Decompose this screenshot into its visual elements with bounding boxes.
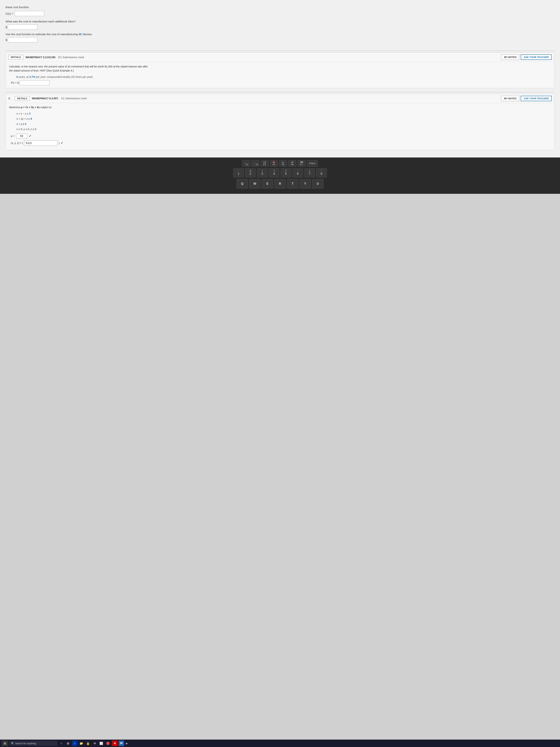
problem7-ask-teacher-button[interactable]: ASK YOUR TEACHER	[521, 96, 552, 101]
key-f5[interactable]: 🔈F5	[279, 160, 287, 167]
key-f2[interactable]: ☼☼F2	[251, 160, 260, 167]
problem7-my-notes-button[interactable]: MY NOTES	[501, 96, 519, 101]
problem6-header: DETAILS WANEFMAC7 3.2.013.MI. 0/1 Submis…	[6, 53, 554, 62]
taskbar-chevron[interactable]: ▶	[126, 742, 128, 745]
problem6-submissions: 0/1 Submissions Used	[58, 56, 84, 59]
taskbar-edge-icon[interactable]: e	[72, 741, 77, 746]
constraint-2: x + 2y + z ≤ 8	[17, 116, 551, 121]
key-u[interactable]: U	[312, 179, 323, 188]
problem6-details-button[interactable]: DETAILS	[8, 55, 23, 59]
taskbar-box1-icon[interactable]: ⬜	[99, 741, 104, 746]
taskbar-search-bar[interactable]: 🔍 Search for anything	[9, 741, 57, 746]
question1-section: What was the cost to manufacture each ad…	[5, 20, 555, 30]
problem7-submissions: 1/1 Submissions Used	[61, 97, 87, 100]
fn-row: ☼F1 ☼☼F2 ▷‖F3 🔇F4 🔈F5 🔊F6 ⌨F7 PrtScn	[2, 160, 558, 167]
key-2[interactable]: @ 2	[245, 168, 256, 178]
problem7-header-right: MY NOTES ASK YOUR TEACHER	[501, 96, 552, 101]
problem6-card: DETAILS WANEFMAC7 3.2.013.MI. 0/1 Submis…	[5, 52, 555, 88]
pv-row: PV = $	[9, 80, 551, 85]
problem6-body: Calculate, to the nearest cent, the pres…	[6, 62, 554, 88]
key-7[interactable]: & 7	[304, 168, 315, 178]
qwerty-row: Q W E R T Y U	[2, 179, 558, 188]
key-w[interactable]: W	[249, 179, 261, 188]
key-f3[interactable]: ▷‖F3	[261, 160, 269, 167]
taskbar-widgets-icon[interactable]: ⊞	[65, 741, 71, 746]
problem7-details-button[interactable]: DETAILS	[15, 96, 30, 101]
dollar1-row: $	[5, 24, 555, 30]
constraints-list: x + y − z ≤ 3 x + 2y + z ≤ 8 x + y ≤ 5 x…	[17, 111, 551, 132]
taskbar-chrome-icon[interactable]: 🔴	[105, 741, 111, 746]
cx-input[interactable]	[15, 11, 44, 16]
key-f7[interactable]: ⌨F7	[298, 160, 306, 167]
question2-text: Use the cost function to estimate the co…	[5, 33, 555, 36]
question1-text: What was the cost to manufacture each ad…	[5, 20, 555, 23]
maximize-title: Maximize p = 7x + 5y + 6z subject to	[9, 106, 551, 109]
dollar2-row: $	[5, 37, 555, 43]
taskbar: ⊞ 🔍 Search for anything ○ ⊞ e 📁 🔒 ✉ ⬜ 🔴 …	[0, 740, 560, 747]
problem6-id: WANEFMAC7 3.2.013.MI.	[26, 56, 56, 59]
main-content: linear cost function. C(x) = What was th…	[0, 0, 560, 157]
linear-cost-section: linear cost function. C(x) = What was th…	[5, 4, 555, 49]
check-icon: ✓	[29, 134, 31, 138]
dollar2-label: $	[5, 38, 7, 42]
problem7-card: 7. DETAILS WANEFMAC7 6.3.007. 1/1 Submis…	[5, 94, 555, 150]
key-3[interactable]: # 3	[257, 168, 268, 178]
key-r[interactable]: R	[274, 179, 286, 188]
problem6-description: Calculate, to the nearest cent, the pres…	[9, 65, 551, 73]
search-icon: 🔍	[11, 742, 14, 745]
key-1[interactable]: ! 1	[233, 168, 244, 178]
taskbar-lock-icon[interactable]: 🔒	[85, 741, 91, 746]
p-label: p =	[11, 134, 15, 137]
key-t[interactable]: T	[287, 179, 298, 188]
xyz-row: (x, y, z) = ( ) ✓	[9, 140, 551, 146]
key-q[interactable]: Q	[237, 179, 248, 188]
key-5[interactable]: % 5	[281, 168, 291, 178]
key-f6[interactable]: 🔊F6	[288, 160, 296, 167]
cx-row: C(x) =	[5, 11, 555, 16]
problem7-number: 7.	[8, 97, 12, 100]
key-f4[interactable]: 🔇F4	[270, 160, 278, 167]
key-y[interactable]: Y	[299, 179, 311, 188]
search-text: Search for anything	[15, 742, 36, 745]
key-8[interactable]: * 8	[316, 168, 327, 178]
xyz-check-icon: ✓	[60, 141, 63, 145]
constraint-4: x ≥ 0, y ≥ 0, z ≥ 0.	[17, 127, 551, 132]
taskbar-word-icon[interactable]: W	[118, 741, 124, 746]
p-result-row: p = ✓	[9, 134, 551, 138]
problem6-my-notes-button[interactable]: MY NOTES	[501, 54, 519, 60]
taskbar-circle-icon[interactable]: ○	[58, 741, 64, 746]
linear-cost-title: linear cost function.	[5, 5, 555, 9]
constraint-1: x + y − z ≤ 3	[17, 111, 551, 116]
problem7-id: WANEFMAC7 6.3.007.	[32, 97, 59, 100]
key-f1[interactable]: ☼F1	[242, 160, 250, 167]
taskbar-mail-icon[interactable]: ✉	[92, 741, 98, 746]
taskbar-x-icon[interactable]: ✕	[112, 741, 117, 746]
key-4[interactable]: $ 4	[269, 168, 279, 178]
xyz-label: (x, y, z) = (	[11, 141, 23, 145]
problem6-ask-teacher-button[interactable]: ASK YOUR TEACHER	[521, 54, 552, 60]
cost-per-xbox-input[interactable]	[8, 24, 37, 30]
keyboard-area: ☼F1 ☼☼F2 ▷‖F3 🔇F4 🔈F5 🔊F6 ⌨F7 PrtScn ! 1…	[0, 157, 560, 194]
question2-section: Use the cost function to estimate the co…	[5, 33, 555, 43]
problem6-subtext: 8 years, at 3.7% per year, compounded we…	[9, 75, 551, 78]
cost-55-xboxes-input[interactable]	[8, 37, 37, 43]
maximize-section: Maximize p = 7x + 5y + 6z subject to x +…	[6, 103, 554, 150]
problem6-header-right: MY NOTES ASK YOUR TEACHER	[501, 54, 552, 60]
xyz-close: )	[58, 141, 59, 145]
problem7-header: 7. DETAILS WANEFMAC7 6.3.007. 1/1 Submis…	[6, 94, 554, 103]
key-e[interactable]: E	[262, 179, 273, 188]
key-6[interactable]: ^ 6	[292, 168, 303, 178]
divider1	[5, 51, 555, 51]
p-value-input[interactable]	[16, 134, 27, 138]
dollar1-label: $	[5, 26, 7, 29]
taskbar-files-icon[interactable]: 📁	[79, 741, 84, 746]
key-prtscn[interactable]: PrtScn	[307, 160, 318, 167]
divider2	[5, 92, 555, 92]
cx-label: C(x) =	[5, 12, 13, 15]
start-button[interactable]: ⊞	[1, 740, 8, 746]
pv-label: PV = $	[11, 81, 19, 84]
pv-input[interactable]	[20, 80, 49, 85]
constraint-3: x + y ≤ 5	[17, 121, 551, 127]
num-row: ! 1 @ 2 # 3 $ 4 % 5 ^ 6 & 7 * 8	[2, 168, 558, 178]
xyz-input[interactable]	[24, 140, 57, 146]
